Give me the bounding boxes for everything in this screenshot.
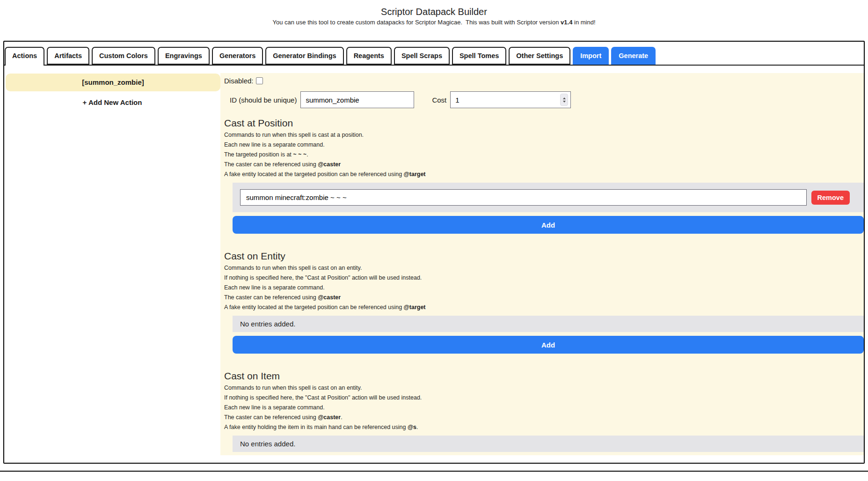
description-text: . <box>341 414 342 421</box>
description-text: A fake entity located at the targeted po… <box>224 171 404 178</box>
description-text: The caster can be referenced using <box>224 161 318 168</box>
section-title: Cast on Entity <box>224 251 864 262</box>
section-title: Cast on Item <box>224 370 864 382</box>
action-list: [summon_zombie] <box>4 74 220 91</box>
section-description-line: A fake entity holding the item in its ma… <box>224 423 864 431</box>
description-text: . <box>306 151 308 158</box>
tab-reagents[interactable]: Reagents <box>346 47 392 65</box>
description-text: A fake entity located at the targeted po… <box>224 304 404 311</box>
selector-token: @s <box>408 424 416 430</box>
tab-import[interactable]: Import <box>573 47 609 65</box>
content-area: [summon_zombie] + Add New Action Disable… <box>4 66 864 463</box>
description-text: Each new line is a separate command. <box>224 284 325 291</box>
entry-row: Remove <box>233 183 864 212</box>
tab-generate[interactable]: Generate <box>611 47 656 65</box>
sidebar: [summon_zombie] + Add New Action <box>4 66 220 463</box>
section-description-line: Commands to run when this spell is cast … <box>224 131 864 139</box>
description-text: The targeted position is at <box>224 151 293 158</box>
section-description-line: The caster can be referenced using @cast… <box>224 294 864 301</box>
disabled-label: Disabled: <box>224 77 254 85</box>
description-text: Commands to run when this spell is cast … <box>224 385 362 391</box>
selector-token: @target <box>404 304 426 311</box>
section-cast-on-entity: Cast on EntityCommands to run when this … <box>224 251 864 354</box>
section-cast-at-position: Cast at PositionCommands to run when thi… <box>224 118 864 234</box>
section-description-line: The caster can be referenced using @cast… <box>224 161 864 168</box>
selector-token: @target <box>404 171 426 178</box>
tab-spell-scraps[interactable]: Spell Scraps <box>394 47 450 65</box>
tab-artifacts[interactable]: Artifacts <box>47 47 89 65</box>
entry-list: No entries added. <box>233 436 864 452</box>
section-description-line: Each new line is a separate command. <box>224 284 864 291</box>
description-text: If nothing is specified here, the "Cast … <box>224 274 422 281</box>
tab-bar: ActionsArtifactsCustom ColorsEngravingsG… <box>4 42 864 66</box>
section-description-line: A fake entity located at the targeted po… <box>224 303 864 311</box>
description-text: . <box>416 424 418 430</box>
description-text: If nothing is specified here, the "Cast … <box>224 394 422 401</box>
section-description-line: The targeted position is at ~ ~ ~. <box>224 151 864 158</box>
add-new-action-button[interactable]: + Add New Action <box>4 98 220 106</box>
command-sections: Cast at PositionCommands to run when thi… <box>224 118 864 455</box>
page-subtitle: You can use this tool to create custom d… <box>0 19 868 26</box>
section-cast-on-item: Cast on ItemCommands to run when this sp… <box>224 370 864 455</box>
description-text: Commands to run when this spell is cast … <box>224 132 364 138</box>
command-input[interactable] <box>240 189 807 206</box>
section-description-line: Commands to run when this spell is cast … <box>224 384 864 392</box>
section-description-line: Each new line is a separate command. <box>224 141 864 148</box>
id-label: ID (should be unique) <box>230 96 297 104</box>
id-cost-row: ID (should be unique) Cost <box>230 91 864 108</box>
cost-label: Cost <box>432 96 446 104</box>
tab-generators[interactable]: Generators <box>212 47 263 65</box>
tab-actions[interactable]: Actions <box>5 47 44 66</box>
cost-input[interactable] <box>451 96 560 104</box>
bottom-divider <box>0 471 868 472</box>
page-header: Scriptor Datapack Builder You can use th… <box>0 0 868 26</box>
empty-entries-row: No entries added. <box>233 316 864 332</box>
add-entry-button[interactable]: Add <box>233 336 864 354</box>
tab-spell-tomes[interactable]: Spell Tomes <box>452 47 506 65</box>
page-title: Scriptor Datapack Builder <box>0 6 868 17</box>
selector-token: @caster <box>318 414 341 421</box>
cost-spinner[interactable] <box>560 94 568 106</box>
add-entry-button[interactable]: Add <box>233 216 864 234</box>
selector-token: @caster <box>318 161 341 168</box>
tab-engravings[interactable]: Engravings <box>158 47 210 65</box>
spinner-down-icon[interactable] <box>563 101 566 103</box>
section-title: Cast at Position <box>224 118 864 129</box>
description-text: Each new line is a separate command. <box>224 404 325 411</box>
selector-token: @caster <box>318 294 341 301</box>
disabled-row: Disabled: <box>224 77 864 85</box>
description-text: A fake entity holding the item in its ma… <box>224 424 408 430</box>
sidebar-item-summon-zombie[interactable]: [summon_zombie] <box>6 74 220 91</box>
selector-token: ~ ~ ~ <box>293 151 306 158</box>
remove-entry-button[interactable]: Remove <box>811 191 850 205</box>
description-text: The caster can be referenced using <box>224 294 318 301</box>
subtitle-text: You can use this tool to create custom d… <box>272 19 561 26</box>
tab-generator-bindings[interactable]: Generator Bindings <box>265 47 343 65</box>
cost-input-wrap <box>450 91 571 108</box>
section-description-line: Commands to run when this spell is cast … <box>224 264 864 272</box>
description-text: The caster can be referenced using <box>224 414 318 421</box>
tab-other-settings[interactable]: Other Settings <box>509 47 570 65</box>
subtitle-version: v1.4 <box>561 19 572 26</box>
section-description-line: A fake entity located at the targeted po… <box>224 170 864 178</box>
action-editor-panel: Disabled: ID (should be unique) Cost Cas… <box>220 73 864 455</box>
section-description-line: The caster can be referenced using @cast… <box>224 414 864 421</box>
id-input[interactable] <box>300 91 414 108</box>
description-text: Commands to run when this spell is cast … <box>224 265 362 271</box>
section-description-line: If nothing is specified here, the "Cast … <box>224 274 864 281</box>
section-description-line: If nothing is specified here, the "Cast … <box>224 394 864 401</box>
disabled-checkbox[interactable] <box>256 77 263 84</box>
section-description-line: Each new line is a separate command. <box>224 404 864 411</box>
description-text: Each new line is a separate command. <box>224 141 325 148</box>
subtitle-suffix: in mind! <box>572 19 595 26</box>
entry-list: Remove <box>233 183 864 212</box>
entry-list: No entries added. <box>233 316 864 332</box>
main-container: ActionsArtifactsCustom ColorsEngravingsG… <box>3 41 865 464</box>
empty-entries-row: No entries added. <box>233 436 864 452</box>
spinner-up-icon[interactable] <box>563 97 566 99</box>
tab-custom-colors[interactable]: Custom Colors <box>92 47 155 65</box>
